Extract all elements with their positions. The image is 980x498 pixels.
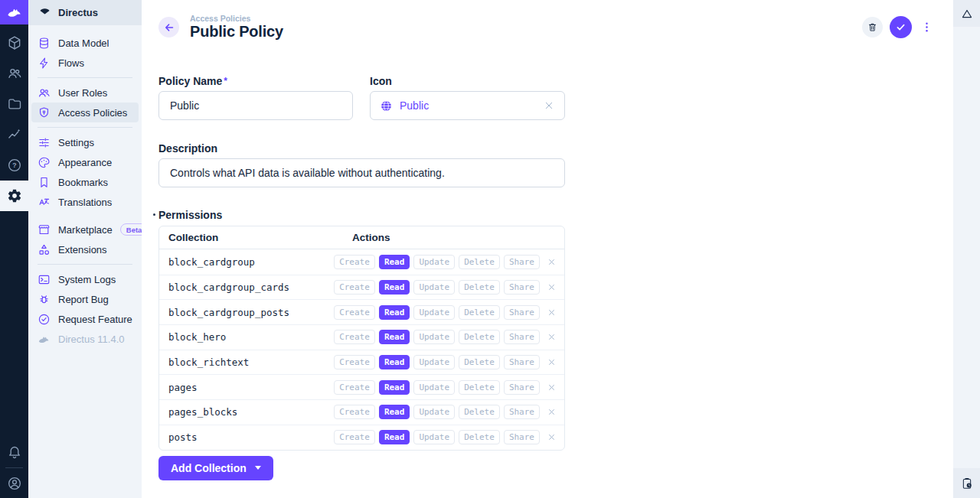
permission-toggle-delete[interactable]: Delete bbox=[459, 430, 500, 444]
page-header: Access Policies Public Policy bbox=[142, 0, 953, 41]
sidebar-item-label: Translations bbox=[58, 197, 112, 208]
permission-toggle-read[interactable]: Read bbox=[379, 430, 410, 444]
permission-toggle-update[interactable]: Update bbox=[413, 280, 455, 295]
back-button[interactable] bbox=[158, 17, 179, 37]
permission-toggle-share[interactable]: Share bbox=[504, 255, 540, 269]
sidebar-item-label: Settings bbox=[58, 137, 94, 148]
icon-label: Icon bbox=[370, 75, 565, 87]
sidebar-item-flows[interactable]: Flows bbox=[31, 53, 139, 73]
permission-toggle-read[interactable]: Read bbox=[379, 405, 410, 419]
remove-row-button[interactable] bbox=[547, 257, 557, 267]
permission-toggle-update[interactable]: Update bbox=[413, 305, 455, 320]
activity-button[interactable] bbox=[953, 468, 980, 498]
right-sidebar bbox=[953, 0, 980, 498]
add-collection-button[interactable]: Add Collection bbox=[158, 456, 273, 480]
check-icon bbox=[895, 21, 906, 33]
permission-toggle-read[interactable]: Read bbox=[379, 330, 410, 344]
permission-toggle-share[interactable]: Share bbox=[504, 305, 540, 320]
permission-toggle-create[interactable]: Create bbox=[334, 405, 375, 419]
icon-input[interactable]: Public bbox=[370, 91, 565, 120]
sidebar-item-marketplace[interactable]: MarketplaceBeta bbox=[31, 220, 139, 239]
remove-row-button[interactable] bbox=[547, 357, 557, 367]
permission-toggle-delete[interactable]: Delete bbox=[459, 405, 500, 419]
permission-toggle-delete[interactable]: Delete bbox=[459, 355, 500, 369]
action-toggles: CreateReadUpdateDeleteShare bbox=[334, 405, 540, 419]
policy-name-input[interactable] bbox=[158, 91, 353, 120]
permission-toggle-update[interactable]: Update bbox=[413, 405, 455, 419]
permission-toggle-share[interactable]: Share bbox=[504, 280, 540, 295]
sidebar-item-report-bug[interactable]: Report Bug bbox=[31, 289, 139, 309]
module-files[interactable] bbox=[0, 89, 28, 119]
permission-toggle-read[interactable]: Read bbox=[379, 255, 410, 269]
permission-toggle-delete[interactable]: Delete bbox=[459, 280, 500, 295]
sidebar-item-system-logs[interactable]: System Logs bbox=[31, 269, 139, 289]
svg-text:?: ? bbox=[12, 161, 16, 169]
module-account[interactable] bbox=[0, 468, 28, 498]
permission-toggle-create[interactable]: Create bbox=[334, 280, 375, 295]
permission-toggle-delete[interactable]: Delete bbox=[459, 380, 500, 395]
permission-toggle-share[interactable]: Share bbox=[504, 430, 540, 444]
remove-row-button[interactable] bbox=[547, 407, 557, 417]
module-settings[interactable] bbox=[0, 181, 28, 211]
save-button[interactable] bbox=[890, 16, 912, 38]
permission-toggle-update[interactable]: Update bbox=[413, 255, 455, 269]
collection-name: pages_blocks bbox=[168, 406, 334, 418]
directus-logo[interactable] bbox=[0, 0, 28, 24]
permission-toggle-create[interactable]: Create bbox=[334, 305, 375, 320]
sidebar-item-settings[interactable]: Settings bbox=[31, 132, 139, 152]
project-chooser[interactable]: Directus bbox=[28, 0, 142, 25]
remove-row-button[interactable] bbox=[547, 332, 557, 342]
remove-row-button[interactable] bbox=[547, 382, 557, 392]
permission-toggle-read[interactable]: Read bbox=[379, 280, 410, 295]
permission-toggle-create[interactable]: Create bbox=[334, 380, 375, 395]
permission-toggle-delete[interactable]: Delete bbox=[459, 305, 500, 320]
permission-toggle-read[interactable]: Read bbox=[379, 355, 410, 369]
breadcrumb[interactable]: Access Policies bbox=[190, 14, 283, 23]
permission-toggle-delete[interactable]: Delete bbox=[459, 255, 500, 269]
sidebar-item-translations[interactable]: Translations bbox=[31, 192, 139, 212]
permission-toggle-read[interactable]: Read bbox=[379, 305, 410, 320]
permission-toggle-create[interactable]: Create bbox=[334, 430, 375, 444]
permission-toggle-read[interactable]: Read bbox=[379, 380, 410, 395]
permission-toggle-create[interactable]: Create bbox=[334, 355, 375, 369]
permission-toggle-share[interactable]: Share bbox=[504, 405, 540, 419]
sidebar-toggle-button[interactable] bbox=[953, 0, 980, 27]
permission-toggle-update[interactable]: Update bbox=[413, 380, 455, 395]
module-insights[interactable] bbox=[0, 119, 28, 150]
sidebar-item-directus-11-4-0: Directus 11.4.0 bbox=[31, 329, 139, 349]
sidebar-item-extensions[interactable]: Extensions bbox=[31, 239, 139, 259]
delete-button[interactable] bbox=[862, 17, 883, 37]
permission-row-pages_blocks: pages_blocksCreateReadUpdateDeleteShare bbox=[159, 399, 564, 425]
permission-toggle-delete[interactable]: Delete bbox=[459, 330, 500, 344]
module-users[interactable] bbox=[0, 58, 28, 89]
nav-divider bbox=[38, 77, 132, 78]
permission-toggle-create[interactable]: Create bbox=[334, 330, 375, 344]
permission-toggle-update[interactable]: Update bbox=[413, 355, 455, 369]
remove-row-button[interactable] bbox=[547, 308, 557, 317]
permission-toggle-share[interactable]: Share bbox=[504, 330, 540, 344]
insights-icon bbox=[7, 127, 22, 142]
sidebar-item-data-model[interactable]: Data Model bbox=[31, 33, 139, 53]
permission-toggle-share[interactable]: Share bbox=[504, 355, 540, 369]
sidebar-item-appearance[interactable]: Appearance bbox=[31, 152, 139, 172]
sidebar-item-bookmarks[interactable]: Bookmarks bbox=[31, 172, 139, 192]
remove-row-button[interactable] bbox=[547, 282, 557, 292]
permission-toggle-update[interactable]: Update bbox=[413, 330, 455, 344]
more-options-button[interactable] bbox=[919, 21, 935, 34]
permission-toggle-share[interactable]: Share bbox=[504, 380, 540, 395]
permission-toggle-update[interactable]: Update bbox=[413, 430, 455, 444]
description-input[interactable] bbox=[158, 158, 565, 187]
sidebar-item-access-policies[interactable]: Access Policies bbox=[31, 103, 139, 122]
permission-toggle-create[interactable]: Create bbox=[334, 255, 375, 269]
permissions-table-header: Collection Actions bbox=[159, 226, 564, 249]
remove-row-button[interactable] bbox=[547, 432, 557, 442]
module-notifications[interactable] bbox=[0, 437, 28, 467]
module-content[interactable] bbox=[0, 28, 28, 58]
module-docs[interactable]: ? bbox=[0, 150, 28, 181]
icon-field: Icon Public bbox=[370, 75, 565, 120]
shield-icon bbox=[38, 106, 51, 119]
sidebar-item-label: Flows bbox=[58, 57, 84, 69]
clear-icon-button[interactable] bbox=[543, 99, 555, 112]
sidebar-item-user-roles[interactable]: User Roles bbox=[31, 83, 139, 103]
sidebar-item-request-feature[interactable]: Request Feature bbox=[31, 309, 139, 329]
